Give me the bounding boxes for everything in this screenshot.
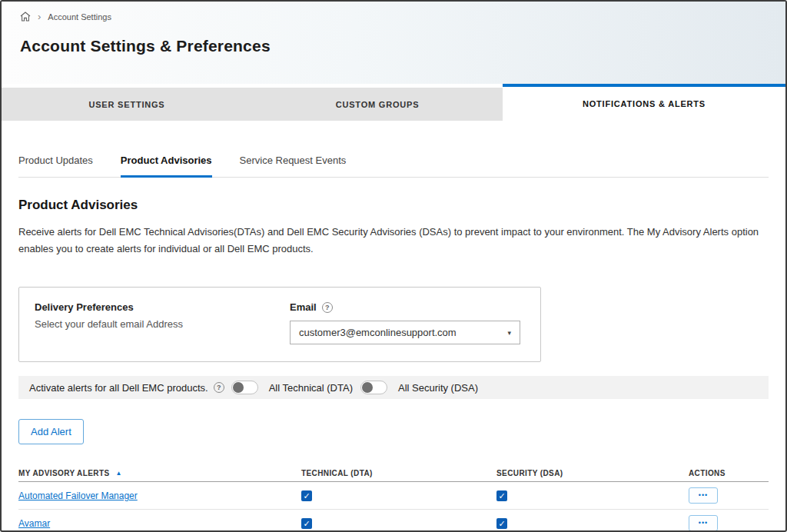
email-select-value: customer3@emconlinesupport.com	[299, 327, 457, 338]
email-label: Email	[290, 301, 317, 313]
page-header: › Account Settings Account Settings & Pr…	[2, 2, 785, 84]
product-link[interactable]: Avamar	[18, 518, 50, 529]
row-actions-button[interactable]: •••	[689, 487, 718, 504]
technical-checkbox[interactable]: ✓	[301, 518, 312, 529]
tab-user-settings[interactable]: USER SETTINGS	[2, 88, 252, 121]
check-icon: ✓	[301, 517, 312, 528]
check-icon: ✓	[301, 490, 312, 500]
delivery-preferences-subtitle: Select your default email Address	[35, 318, 290, 330]
activate-alerts-help-icon[interactable]: ?	[214, 382, 224, 393]
advisory-alerts-table: MY ADVISORY ALERTS ▲ TECHNICAL (DTA) SEC…	[18, 464, 769, 532]
product-link[interactable]: Automated Failover Manager	[18, 490, 138, 501]
header-security-dsa: SECURITY (DSA)	[496, 469, 689, 477]
select-caret-icon: ▾	[507, 329, 511, 337]
ellipsis-icon: •••	[699, 519, 708, 527]
table-row: Automated Failover Manager ✓ ✓ •••	[18, 482, 769, 510]
check-icon: ✓	[496, 517, 507, 528]
sub-tabs: Product Updates Product Advisories Servi…	[18, 155, 769, 178]
subtab-product-updates[interactable]: Product Updates	[18, 155, 93, 177]
activate-alerts-label: Activate alerts for all Dell EMC product…	[29, 382, 208, 394]
check-icon: ✓	[496, 490, 507, 500]
all-technical-label: All Technical (DTA)	[269, 382, 353, 394]
row-actions-button[interactable]: •••	[689, 515, 718, 531]
all-security-label: All Security (DSA)	[398, 382, 478, 394]
all-technical-toggle[interactable]	[360, 381, 387, 394]
home-icon[interactable]	[20, 12, 31, 22]
page-title: Account Settings & Preferences	[20, 37, 785, 55]
section-description: Receive alerts for Dell EMC Technical Ad…	[18, 224, 769, 258]
email-select[interactable]: customer3@emconlinesupport.com ▾	[290, 321, 520, 344]
header-technical-dta: TECHNICAL (DTA)	[301, 469, 496, 477]
breadcrumb-chevron-icon: ›	[38, 13, 41, 21]
section-title: Product Advisories	[18, 198, 769, 213]
all-products-toggle[interactable]	[231, 381, 258, 394]
security-checkbox[interactable]: ✓	[496, 518, 507, 529]
table-header-row: MY ADVISORY ALERTS ▲ TECHNICAL (DTA) SEC…	[18, 464, 769, 482]
technical-checkbox[interactable]: ✓	[301, 490, 312, 501]
ellipsis-icon: •••	[699, 491, 708, 499]
header-actions: ACTIONS	[689, 469, 769, 477]
subtab-product-advisories[interactable]: Product Advisories	[121, 155, 212, 178]
add-alert-button[interactable]: Add Alert	[18, 419, 84, 444]
subtab-service-request-events[interactable]: Service Request Events	[240, 155, 347, 177]
sort-ascending-icon[interactable]: ▲	[116, 470, 122, 477]
table-row: Avamar ✓ ✓ •••	[18, 510, 769, 532]
delivery-preferences-title: Delivery Preferences	[35, 301, 290, 313]
header-my-advisory-alerts[interactable]: MY ADVISORY ALERTS	[18, 469, 110, 477]
main-tabs: USER SETTINGS CUSTOM GROUPS NOTIFICATION…	[2, 84, 785, 121]
activate-alerts-bar: Activate alerts for all Dell EMC product…	[18, 376, 769, 399]
tab-notifications-alerts[interactable]: NOTIFICATIONS & ALERTS	[503, 84, 785, 121]
tab-custom-groups[interactable]: CUSTOM GROUPS	[252, 88, 503, 121]
delivery-preferences-panel: Delivery Preferences Select your default…	[18, 287, 541, 362]
security-checkbox[interactable]: ✓	[496, 490, 507, 501]
breadcrumb: › Account Settings	[20, 12, 785, 22]
breadcrumb-item[interactable]: Account Settings	[48, 12, 111, 22]
email-help-icon[interactable]: ?	[322, 302, 333, 313]
